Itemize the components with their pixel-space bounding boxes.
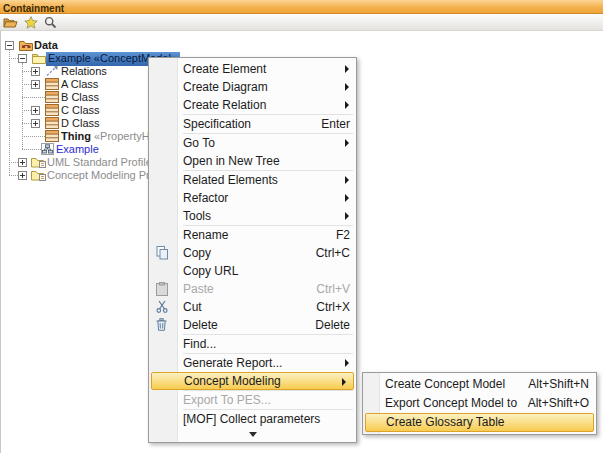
search-button[interactable] bbox=[43, 15, 58, 29]
menu-item-label: Create Relation bbox=[183, 96, 350, 114]
search-icon bbox=[44, 16, 57, 29]
submenu-arrow-icon bbox=[345, 101, 349, 109]
menu-item-label: Cut bbox=[183, 298, 316, 316]
class-icon bbox=[45, 104, 60, 117]
menu-item-shortcut: Delete bbox=[315, 316, 350, 334]
cut-icon bbox=[156, 300, 170, 314]
panel-toolbar bbox=[0, 14, 603, 31]
menu-item-find[interactable]: Find... bbox=[149, 335, 356, 353]
menu-item-label: Paste bbox=[183, 280, 316, 298]
menu-item-rename[interactable]: Rename F2 bbox=[149, 226, 356, 244]
profile-icon bbox=[31, 156, 46, 169]
expand-toggle[interactable] bbox=[31, 80, 40, 89]
tree-item-label: Data bbox=[34, 39, 58, 52]
chevron-down-icon bbox=[249, 432, 257, 437]
menu-item-create-element[interactable]: Create Element bbox=[149, 60, 356, 78]
menu-item-label: Delete bbox=[183, 316, 315, 334]
menu-item-cut[interactable]: Cut Ctrl+X bbox=[149, 298, 356, 316]
menu-item-export-concept-model-to-owl[interactable]: Export Concept Model to OWL Alt+Shift+O bbox=[363, 394, 596, 413]
menu-item-label: Create Element bbox=[183, 60, 350, 78]
menu-scroll-down[interactable] bbox=[149, 428, 356, 440]
menu-item-paste[interactable]: Paste Ctrl+V bbox=[149, 280, 356, 298]
submenu-arrow-icon bbox=[345, 176, 349, 184]
submenu-arrow-icon bbox=[345, 194, 349, 202]
star-icon bbox=[24, 16, 38, 29]
menu-item-create-concept-model[interactable]: Create Concept Model Alt+Shift+N bbox=[363, 375, 596, 394]
trash-icon bbox=[156, 318, 170, 332]
menu-item-label: Related Elements bbox=[183, 171, 350, 189]
menu-item-label: [MOF] Collect parameters bbox=[183, 410, 350, 428]
menu-item-concept-modeling[interactable]: Concept Modeling bbox=[151, 372, 354, 390]
menu-item-label: Refactor bbox=[183, 189, 350, 207]
open-folder-icon bbox=[3, 16, 18, 29]
menu-item-shortcut: Ctrl+X bbox=[316, 298, 350, 316]
expand-toggle[interactable] bbox=[31, 106, 40, 115]
expand-toggle[interactable] bbox=[18, 171, 27, 180]
class-icon bbox=[45, 117, 60, 130]
submenu-arrow-icon bbox=[345, 83, 349, 91]
menu-item-shortcut: Ctrl+V bbox=[316, 280, 350, 298]
menu-item-create-relation[interactable]: Create Relation bbox=[149, 96, 356, 114]
menu-item-shortcut: Alt+Shift+N bbox=[528, 375, 589, 394]
submenu-arrow-icon bbox=[345, 65, 349, 73]
panel-title-bar: Containment bbox=[0, 0, 603, 14]
menu-item-label: Tools bbox=[183, 207, 350, 225]
menu-item-generate-report[interactable]: Generate Report... bbox=[149, 354, 356, 372]
menu-item-open-in-new-tree[interactable]: Open in New Tree bbox=[149, 152, 356, 170]
panel-title: Containment bbox=[0, 3, 64, 14]
menu-item-mof-collect-parameters[interactable]: [MOF] Collect parameters bbox=[149, 410, 356, 428]
tree-item-label: A Class bbox=[61, 78, 98, 91]
menu-item-delete[interactable]: Delete Delete bbox=[149, 316, 356, 334]
menu-item-label: Create Glossary Table bbox=[386, 414, 586, 431]
paste-icon bbox=[156, 282, 170, 296]
menu-item-related-elements[interactable]: Related Elements bbox=[149, 171, 356, 189]
menu-item-label: Export Concept Model to OWL bbox=[385, 394, 528, 413]
concept-modeling-submenu: Create Concept Model Alt+Shift+N Export … bbox=[362, 372, 597, 435]
expand-toggle[interactable] bbox=[18, 158, 27, 167]
tree-item-data[interactable]: Data bbox=[1, 39, 603, 52]
model-icon bbox=[19, 39, 34, 52]
menu-item-shortcut: Enter bbox=[321, 115, 350, 133]
menu-item-label: Generate Report... bbox=[183, 354, 350, 372]
expand-toggle[interactable] bbox=[31, 119, 40, 128]
menu-item-shortcut: Ctrl+C bbox=[316, 244, 350, 262]
menu-item-label: Create Diagram bbox=[183, 78, 350, 96]
menu-item-copy[interactable]: Copy Ctrl+C bbox=[149, 244, 356, 262]
relations-icon bbox=[45, 65, 60, 78]
menu-item-label: Open in New Tree bbox=[183, 152, 350, 170]
menu-item-tools[interactable]: Tools bbox=[149, 207, 356, 225]
collapse-toggle[interactable] bbox=[18, 54, 27, 63]
favorites-button[interactable] bbox=[23, 15, 38, 29]
tree-item-label: Example bbox=[56, 143, 99, 156]
class-icon bbox=[45, 78, 60, 91]
menu-item-create-diagram[interactable]: Create Diagram bbox=[149, 78, 356, 96]
containment-panel: Containment bbox=[0, 0, 603, 453]
submenu-arrow-icon bbox=[345, 359, 349, 367]
menu-item-specification[interactable]: Specification Enter bbox=[149, 115, 356, 133]
class-icon bbox=[45, 91, 60, 104]
menu-item-create-glossary-table[interactable]: Create Glossary Table bbox=[365, 413, 594, 432]
menu-item-label: Specification bbox=[183, 115, 321, 133]
menu-item-go-to[interactable]: Go To bbox=[149, 134, 356, 152]
submenu-arrow-icon bbox=[345, 139, 349, 147]
diagram-icon bbox=[41, 143, 56, 156]
collapse-toggle[interactable] bbox=[5, 41, 14, 50]
menu-item-label: Concept Modeling bbox=[184, 373, 347, 389]
menu-item-label: Export To PES... bbox=[183, 391, 350, 409]
context-menu: Create Element Create Diagram Create Rel… bbox=[148, 57, 357, 443]
menu-item-refactor[interactable]: Refactor bbox=[149, 189, 356, 207]
package-icon bbox=[32, 52, 47, 65]
tree-item-label: D Class bbox=[61, 117, 100, 130]
menu-item-export-to-pes[interactable]: Export To PES... bbox=[149, 391, 356, 409]
menu-item-shortcut: F2 bbox=[336, 226, 350, 244]
copy-icon bbox=[156, 246, 170, 260]
open-element-button[interactable] bbox=[3, 15, 18, 29]
menu-item-label: Copy URL bbox=[183, 262, 350, 280]
menu-item-label: Rename bbox=[183, 226, 336, 244]
expand-toggle[interactable] bbox=[31, 67, 40, 76]
menu-item-shortcut: Alt+Shift+O bbox=[528, 394, 589, 413]
menu-item-copy-url[interactable]: Copy URL bbox=[149, 262, 356, 280]
menu-item-label: Copy bbox=[183, 244, 316, 262]
tree-item-label: C Class bbox=[61, 104, 100, 117]
tree-item-label: Relations bbox=[61, 65, 107, 78]
